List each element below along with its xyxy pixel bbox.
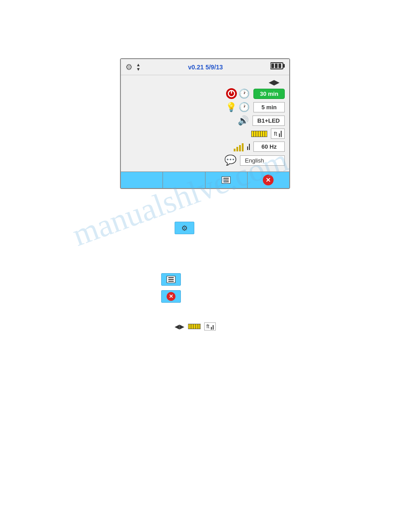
battery-icon bbox=[270, 62, 285, 72]
chat-icon-cell: 💬 bbox=[224, 154, 236, 166]
device-panel: ⚙ ▲ ▼ v0.21 5/9/13 ◀▶ bbox=[120, 58, 290, 189]
bottom-nav-lr[interactable]: ◀▶ bbox=[175, 323, 184, 330]
sound-value[interactable]: B1+LED bbox=[253, 116, 285, 126]
button-1[interactable] bbox=[121, 172, 163, 188]
gear-icon[interactable]: ⚙ bbox=[125, 62, 133, 72]
clock-icon-1: 🕐 bbox=[239, 88, 250, 99]
ft-lines bbox=[279, 131, 282, 137]
power-timeout-value[interactable]: 30 min bbox=[253, 89, 285, 99]
freq-icon-cell bbox=[234, 142, 250, 151]
panel-header: ⚙ ▲ ▼ v0.21 5/9/13 bbox=[121, 59, 289, 75]
small-cancel-icon: ✕ bbox=[167, 292, 176, 301]
units-row: ft bbox=[125, 129, 285, 139]
ft-text: ft bbox=[274, 130, 277, 137]
nav-updown[interactable]: ▲ ▼ bbox=[136, 63, 141, 72]
ruler-icon-cell bbox=[251, 131, 267, 137]
power-clock-icons: 🕐 bbox=[226, 88, 250, 99]
small-list-icon bbox=[167, 276, 176, 283]
light-timeout-row: 💡 🕐 5 min bbox=[125, 102, 285, 112]
small-list-lines bbox=[168, 277, 174, 282]
button-list[interactable] bbox=[206, 172, 248, 188]
cancel-icon: ✕ bbox=[263, 175, 274, 185]
svg-rect-1 bbox=[283, 64, 285, 68]
list-icon bbox=[222, 176, 231, 184]
nav-left-right[interactable]: ◀▶ bbox=[269, 78, 279, 86]
bottom-nav-row: ◀▶ ft bbox=[175, 322, 216, 330]
button-2[interactable] bbox=[163, 172, 205, 188]
version-title: v0.21 5/9/13 bbox=[141, 64, 270, 71]
power-timeout-row: 🕐 30 min bbox=[125, 88, 285, 99]
clock-icon-2: 🕐 bbox=[239, 102, 250, 112]
svg-rect-2 bbox=[271, 64, 274, 68]
small-list-button[interactable] bbox=[161, 273, 181, 286]
units-value[interactable]: ft bbox=[271, 129, 285, 139]
settings-area: ◀▶ 🕐 30 min 💡 🕐 5 min bbox=[121, 75, 289, 172]
chat-icon: 💬 bbox=[224, 154, 236, 166]
speaker-icon: 🔊 bbox=[238, 115, 249, 126]
ruler-icon bbox=[251, 131, 267, 137]
panel-buttons: ✕ bbox=[121, 172, 289, 188]
bottom-ft-text: ft bbox=[206, 323, 210, 330]
list-lines bbox=[223, 178, 229, 182]
header-left: ⚙ ▲ ▼ bbox=[125, 62, 141, 72]
bottom-ft-badge[interactable]: ft bbox=[204, 322, 216, 330]
svg-rect-3 bbox=[275, 64, 278, 68]
language-row: 💬 English bbox=[125, 154, 285, 166]
power-icon bbox=[226, 88, 237, 99]
bottom-ruler-icon bbox=[188, 324, 201, 329]
freq-icon bbox=[234, 142, 244, 151]
freq-lines bbox=[247, 144, 250, 150]
frequency-row: 60 Hz bbox=[125, 142, 285, 152]
small-gear-button[interactable]: ⚙ bbox=[175, 222, 194, 234]
frequency-value[interactable]: 60 Hz bbox=[253, 142, 285, 152]
bottom-ft-lines bbox=[211, 323, 214, 330]
svg-rect-4 bbox=[278, 64, 281, 68]
language-value[interactable]: English bbox=[240, 155, 285, 166]
button-cancel[interactable]: ✕ bbox=[248, 172, 289, 188]
light-timeout-value[interactable]: 5 min bbox=[253, 102, 285, 112]
sound-row: 🔊 B1+LED bbox=[125, 115, 285, 126]
bulb-clock-icons: 💡 🕐 bbox=[226, 102, 250, 112]
small-cancel-button[interactable]: ✕ bbox=[161, 290, 181, 303]
bulb-icon: 💡 bbox=[226, 102, 237, 112]
nav-arrows-row: ◀▶ bbox=[125, 78, 285, 86]
small-gear-icon: ⚙ bbox=[181, 224, 188, 232]
speaker-icon-cell: 🔊 bbox=[238, 115, 249, 126]
